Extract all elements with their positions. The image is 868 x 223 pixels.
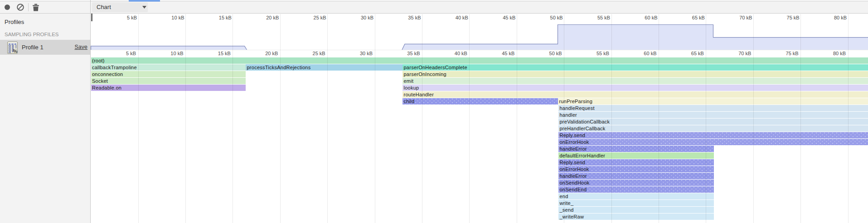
svg-text:%: % xyxy=(13,48,18,54)
